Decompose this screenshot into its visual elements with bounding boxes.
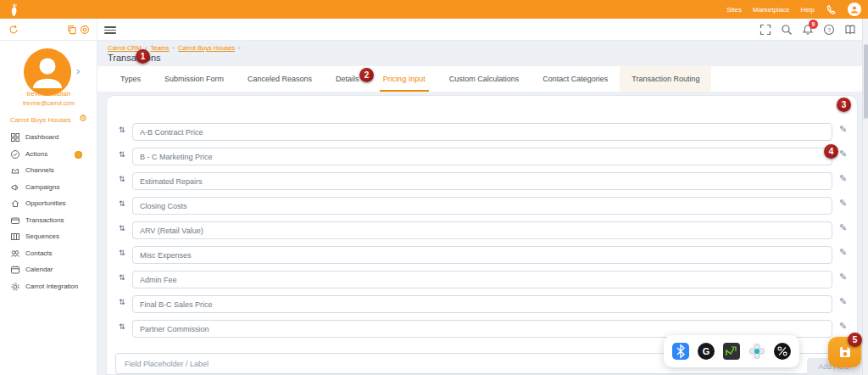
- search-icon[interactable]: [781, 24, 793, 36]
- edit-pencil-icon[interactable]: ✎: [839, 321, 847, 332]
- calendar-icon: [10, 265, 20, 275]
- dashboard-icon: [10, 132, 20, 143]
- page-title: Transactions: [108, 53, 161, 63]
- knowledge-base-icon[interactable]: [844, 24, 856, 36]
- sidebar-item-dashboard[interactable]: Dashboard: [0, 132, 97, 145]
- field-label-box[interactable]: Misc Expenses: [132, 246, 832, 264]
- app-tray-overlay: G: [664, 335, 799, 367]
- sort-icon[interactable]: ⇅: [119, 298, 131, 306]
- edit-pencil-icon[interactable]: ✎: [839, 222, 847, 233]
- edit-pencil-icon[interactable]: ✎: [839, 148, 847, 160]
- vertical-scrollbar[interactable]: [862, 19, 868, 375]
- nav-link-marketplace[interactable]: Marketplace: [753, 6, 790, 14]
- annotation-1: 1: [136, 49, 150, 64]
- sort-icon[interactable]: ⇅: [119, 175, 131, 183]
- annotation-3: 3: [837, 98, 851, 112]
- target-icon[interactable]: [80, 25, 90, 35]
- sort-icon[interactable]: ⇅: [119, 224, 131, 232]
- sort-icon[interactable]: ⇅: [119, 150, 131, 159]
- edit-pencil-icon[interactable]: ✎: [839, 296, 847, 307]
- user-avatar-icon[interactable]: [848, 3, 861, 16]
- profile-avatar[interactable]: [24, 48, 71, 96]
- tab-canceled-reasons[interactable]: Canceled Reasons: [236, 66, 324, 92]
- sidebar-item-actions[interactable]: Actions: [0, 148, 97, 162]
- copy-icon[interactable]: [67, 25, 77, 35]
- field-label-box[interactable]: Estimated Repairs: [132, 172, 832, 190]
- sort-icon[interactable]: ⇅: [119, 199, 131, 208]
- sort-icon[interactable]: ⇅: [119, 249, 131, 257]
- nav-link-sites[interactable]: Sites: [726, 6, 742, 14]
- workspace-settings-gear-icon[interactable]: ⚙: [79, 113, 87, 124]
- sidebar-item-channels[interactable]: Channels: [0, 165, 97, 178]
- tab-types[interactable]: Types: [108, 66, 153, 92]
- sidebar-header: [0, 19, 97, 41]
- edit-pencil-icon[interactable]: ✎: [839, 271, 847, 283]
- sequences-icon: [10, 232, 20, 242]
- nav-link-help[interactable]: Help: [801, 6, 815, 14]
- app-circle-icon[interactable]: [774, 343, 791, 360]
- annotation-2: 2: [359, 68, 374, 82]
- workspace-name[interactable]: Carrot Buys Houses: [10, 116, 71, 124]
- edit-pencil-icon[interactable]: ✎: [839, 198, 847, 209]
- tab-contact-categories[interactable]: Contact Categories: [531, 66, 620, 92]
- app-window: Sites Marketplace Help: [0, 0, 868, 375]
- sidebar-item-campaigns[interactable]: Campaigns: [0, 182, 97, 195]
- sidebar-item-transactions[interactable]: Transactions: [0, 215, 97, 228]
- tab-submission-form[interactable]: Submission Form: [153, 66, 236, 92]
- svg-text:?: ?: [827, 26, 831, 34]
- transactions-icon: [10, 215, 20, 226]
- scrollbar-thumb[interactable]: [864, 44, 868, 119]
- phone-icon[interactable]: [826, 4, 837, 15]
- settings-flower-icon[interactable]: [748, 343, 765, 360]
- actions-count-badge: [75, 151, 82, 159]
- save-floppy-icon: [838, 345, 852, 359]
- sort-icon[interactable]: ⇅: [119, 126, 131, 134]
- g-logo-icon[interactable]: G: [698, 343, 715, 360]
- tab-transaction-routing[interactable]: Transaction Routing: [620, 66, 711, 92]
- menu-toggle-icon[interactable]: [104, 26, 116, 34]
- user-name: trevine oballah: [0, 90, 97, 98]
- field-label-box[interactable]: Admin Fee: [132, 271, 832, 288]
- notification-badge: 9: [809, 20, 818, 29]
- sync-icon[interactable]: [8, 25, 19, 35]
- breadcrumb-carrot-buys-houses[interactable]: Carrot Buys Houses: [178, 44, 235, 52]
- edit-pencil-icon[interactable]: ✎: [839, 124, 847, 135]
- integration-gear-icon: [10, 282, 20, 292]
- fullscreen-icon[interactable]: [760, 24, 771, 36]
- sidebar-item-sequences[interactable]: Sequences: [0, 231, 97, 244]
- tabs-bar: Types Submission Form Canceled Reasons D…: [97, 66, 862, 92]
- field-label-box[interactable]: Final B-C Sales Price: [132, 295, 832, 313]
- field-label-box[interactable]: B - C Marketing Price: [132, 148, 832, 165]
- campaigns-icon: [10, 182, 20, 193]
- edit-pencil-icon[interactable]: ✎: [839, 247, 847, 258]
- sidebar: › trevine oballah trevine@carrot.com Car…: [0, 41, 97, 375]
- screen-capture-icon[interactable]: [723, 343, 740, 360]
- sidebar-expand-chevron-icon[interactable]: ›: [76, 64, 80, 77]
- sidebar-item-opportunities[interactable]: Opportunities: [0, 198, 97, 211]
- breadcrumb-separator: ›: [173, 44, 175, 52]
- sidebar-item-calendar[interactable]: Calendar: [0, 264, 97, 277]
- channels-icon: [10, 165, 20, 176]
- tab-pricing-input[interactable]: Pricing Input: [371, 66, 437, 92]
- help-icon[interactable]: ?: [823, 24, 835, 36]
- bluetooth-icon[interactable]: [672, 343, 689, 360]
- tab-custom-calculations[interactable]: Custom Calculations: [437, 66, 531, 92]
- sidebar-item-carrot-integration[interactable]: Carrot Integration: [0, 281, 97, 294]
- sort-icon[interactable]: ⇅: [119, 322, 131, 331]
- annotation-4: 4: [824, 144, 838, 159]
- user-email: trevine@carrot.com: [0, 100, 97, 106]
- carrot-logo-icon[interactable]: [8, 2, 23, 17]
- sort-icon[interactable]: ⇅: [119, 273, 131, 282]
- sidebar-item-contacts[interactable]: Contacts: [0, 248, 97, 261]
- secondary-header: 9 ?: [0, 19, 868, 41]
- breadcrumb-carrot-crm[interactable]: Carrot CRM: [108, 44, 142, 52]
- breadcrumb: Carrot CRM › Teams › Carrot Buys Houses …: [108, 44, 241, 52]
- edit-pencil-icon[interactable]: ✎: [839, 173, 847, 184]
- top-navigation-bar: Sites Marketplace Help: [0, 0, 868, 19]
- field-label-box[interactable]: A-B Contract Price: [132, 123, 832, 141]
- notifications-bell[interactable]: 9: [802, 24, 814, 36]
- field-label-box[interactable]: Closing Costs: [132, 197, 832, 215]
- field-label-box[interactable]: ARV (Retail Value): [132, 221, 832, 239]
- opportunities-icon: [10, 199, 20, 209]
- breadcrumb-teams[interactable]: Teams: [151, 44, 170, 52]
